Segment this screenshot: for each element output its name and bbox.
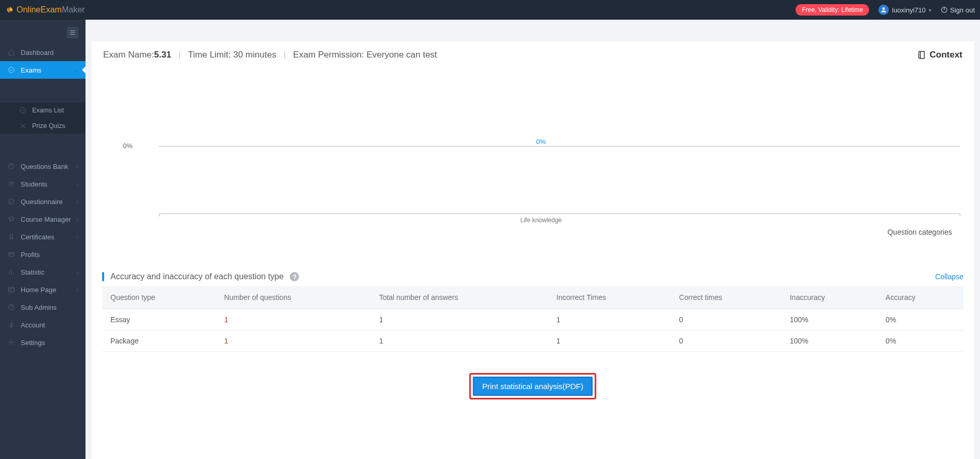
sidebar-item-certificates[interactable]: Certificates ‹ [0, 228, 86, 246]
chevron-left-icon: ‹ [77, 287, 78, 293]
sidebar-item-label: Profits [21, 251, 78, 259]
sidebar: Dashboard Exams ⌄ Exams List Prize Quizs… [0, 20, 86, 459]
svg-point-6 [10, 182, 12, 184]
print-pdf-button[interactable]: Print statistical analysis(PDF) [473, 377, 592, 396]
sidebar-subitem-exams-list[interactable]: Exams List [0, 103, 86, 118]
sidebar-item-label: Students [21, 180, 77, 188]
page-header: Exam Name: 5.31 | Time Limit: 30 minutes… [92, 41, 974, 68]
cell-tna: 1 [371, 309, 548, 331]
chevron-left-icon: ‹ [77, 164, 78, 169]
sidebar-item-students[interactable]: Students ‹ [0, 175, 86, 193]
brand-part2: Maker [62, 5, 84, 15]
svg-rect-11 [9, 287, 15, 292]
sidebar-item-label: Course Manager [21, 216, 77, 223]
cell-nq[interactable]: 1 [216, 309, 371, 331]
svg-point-13 [10, 341, 12, 343]
check-square-icon [7, 197, 16, 206]
sidebar-item-label: Prize Quizs [32, 122, 78, 130]
plan-pill[interactable]: Free, Validity: Lifetime [796, 4, 869, 16]
th-incorrect: Incorrect Times [548, 286, 671, 309]
sidebar-item-settings[interactable]: Settings [0, 334, 86, 351]
context-button[interactable]: Context [917, 50, 962, 60]
signout-link[interactable]: Sign out [941, 6, 975, 14]
sidebar-subitem-prize-quizs[interactable]: Prize Quizs [0, 118, 86, 134]
chart-category-label: Life knowledge [520, 217, 562, 224]
cell-type: Package [102, 331, 216, 352]
svg-rect-10 [9, 253, 15, 256]
sidebar-item-home-page[interactable]: Home Page ‹ [0, 281, 86, 298]
users-icon [7, 180, 16, 188]
chart-region: 0% 0% Life knowledge Question categories [118, 73, 964, 238]
table-row: Essay 1 1 1 0 100% 0% [102, 309, 963, 331]
th-correct: Correct times [671, 286, 782, 309]
collapse-link[interactable]: Collapse [935, 272, 963, 281]
dollar-icon [7, 321, 16, 329]
cell-acc: 0% [877, 309, 963, 331]
cell-nq[interactable]: 1 [216, 331, 371, 352]
exam-name-value: 5.31 [154, 50, 171, 60]
avatar-icon [878, 5, 889, 15]
power-icon [941, 6, 948, 13]
chevron-down-icon: ▾ [929, 7, 931, 13]
sidebar-item-profits[interactable]: Profits [0, 246, 86, 263]
sidebar-item-label: Statistic [21, 268, 77, 276]
divider: | [178, 50, 180, 60]
sidebar-item-dashboard[interactable]: Dashboard [0, 44, 86, 61]
cell-type: Essay [102, 309, 216, 331]
brand-part1: OnlineExam [17, 5, 62, 15]
sidebar-item-label: Sub Admins [21, 304, 78, 311]
svg-point-7 [12, 182, 13, 184]
chart-tick [960, 213, 960, 217]
home-icon [7, 48, 16, 56]
sidebar-item-label: Settings [21, 339, 78, 347]
hamburger-icon [69, 29, 76, 36]
graduation-cap-icon [7, 215, 16, 223]
context-label: Context [930, 50, 962, 60]
sidebar-item-label: Questions Bank [21, 163, 77, 170]
chart-tick [159, 213, 160, 217]
logo[interactable]: OnlineExamMaker [5, 5, 85, 15]
svg-point-3 [9, 67, 15, 73]
cell-inacc: 100% [782, 309, 877, 331]
sidebar-item-course-manager[interactable]: Course Manager ‹ [0, 210, 86, 228]
cell-cor: 0 [671, 331, 782, 352]
signout-label: Sign out [950, 6, 975, 14]
sidebar-collapse-button[interactable] [67, 27, 78, 38]
check-circle-icon [7, 66, 16, 74]
cell-inc: 1 [548, 309, 671, 331]
username: luoxinyi710 [892, 6, 926, 14]
sidebar-item-label: Exams List [32, 107, 78, 114]
sidebar-item-sub-admins[interactable]: Sub Admins [0, 298, 86, 316]
cell-acc: 0% [877, 331, 963, 352]
chevron-down-icon: ⌄ [74, 67, 78, 73]
svg-point-4 [20, 108, 26, 113]
credit-card-icon [7, 250, 16, 259]
chevron-left-icon: ‹ [77, 181, 78, 187]
cell-inacc: 100% [782, 331, 877, 352]
chart-value-label: 0% [536, 138, 546, 146]
sidebar-item-questions-bank[interactable]: Questions Bank ‹ [0, 157, 86, 175]
cell-tna: 1 [371, 331, 548, 352]
th-total-answers: Total number of answers [371, 286, 548, 309]
sidebar-item-label: Account [21, 321, 78, 329]
th-number-questions: Number of questions [216, 286, 371, 309]
svg-point-0 [883, 7, 885, 10]
help-icon[interactable]: ? [290, 272, 299, 281]
section-header: Accuracy and inaccuracy of each question… [102, 269, 963, 284]
accuracy-table: Question type Number of questions Total … [102, 286, 963, 352]
sidebar-item-questionnaire[interactable]: Questionnaire ‹ [0, 193, 86, 210]
sidebar-item-statistic[interactable]: Statistic ‹ [0, 263, 86, 281]
main: Exam Name: 5.31 | Time Limit: 30 minutes… [86, 20, 980, 459]
th-accuracy: Accuracy [877, 286, 963, 309]
section-accent-bar [102, 272, 104, 281]
flame-icon [5, 5, 15, 15]
divider: | [283, 50, 286, 60]
book-icon [917, 50, 927, 60]
chart-x-axis [159, 213, 960, 214]
svg-point-9 [10, 234, 13, 237]
sidebar-item-account[interactable]: Account [0, 316, 86, 334]
cell-cor: 0 [671, 309, 782, 331]
bar-chart-icon [7, 268, 16, 276]
sidebar-item-exams[interactable]: Exams ⌄ [0, 61, 86, 79]
user-menu[interactable]: luoxinyi710 ▾ [878, 5, 931, 15]
